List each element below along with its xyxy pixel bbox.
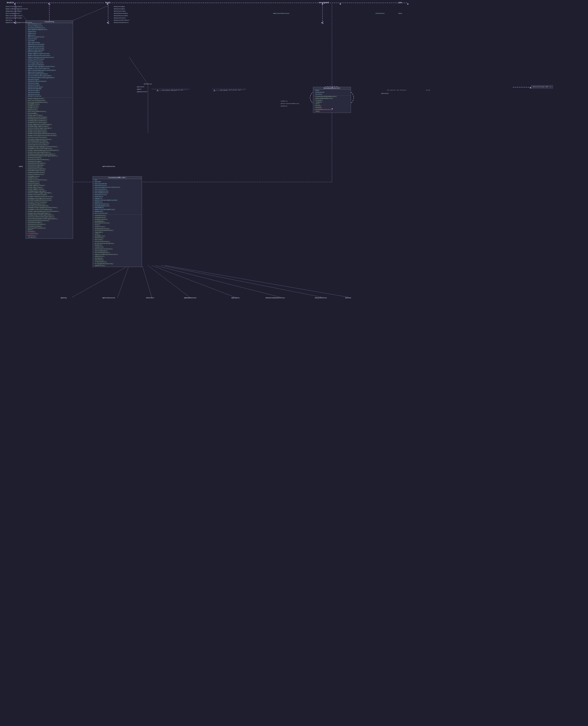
tissue-config-fields: - mBirthCFG1Duration - mTransitCFG1Durat… xyxy=(26,23,73,98)
svg-line-24 xyxy=(152,265,235,297)
arrow-abstract-tissue: ▲ xyxy=(530,86,531,89)
var-mTimesCalled: mTimesCalled xyxy=(376,13,384,14)
arrow-sim-up: ▲ xyxy=(118,176,120,178)
arrow-up-double: ▲ xyxy=(14,2,16,5)
svg-line-22 xyxy=(142,265,152,297)
arrow-up-unsigned2: ▲ xyxy=(339,2,341,5)
std-vector-abstractform: std::vector< AbstractFrom< DIM > * > xyxy=(162,89,187,91)
var-mpNumInstances: mpNumInstances xyxy=(137,91,147,92)
var-mDataTissue: mDataTissue xyxy=(144,83,152,85)
var-mnumBirths: mnumBirths xyxy=(281,101,288,102)
bottom-mpSetupFile: mpSetupFile xyxy=(231,297,239,299)
svg-line-25 xyxy=(155,265,281,297)
sim-header: TissueSimulation< DIM > xyxy=(93,176,142,179)
sim-fields: # mDt # mEndTime # mInitializedTime # mO… xyxy=(93,179,142,215)
bottom-mpForceCollection: mpForceCollection xyxy=(102,297,115,299)
var-mDivisionSeparation: mDivisionSeparation xyxy=(6,13,20,14)
svg-line-21 xyxy=(118,265,129,297)
bottom-mpConfig: mpConfig xyxy=(61,297,67,299)
var-mOutputCellAges: mOutputCellAges xyxy=(114,6,125,7)
var-mOutputCellAreas: mOutputCellAreas xyxy=(114,18,126,19)
var-mInnerTransitThreshold: mInnerTransitThreshold xyxy=(6,6,22,7)
tissue-config-box: TissueConfig - mBirthCFG1Duration - mTra… xyxy=(26,20,73,239)
var-mDeathing: mDeathringTimestampMultiple xyxy=(281,103,299,104)
arrow-up-int: ▲ xyxy=(407,2,408,5)
svg-line-23 xyxy=(148,265,190,297)
var-mMechanicsCutOffLength: mMechanicsCutOffLength xyxy=(6,18,22,19)
svg-line-27 xyxy=(165,265,349,297)
var-mMaxTransitGenerations: mMaxTransitGenerations xyxy=(273,13,290,14)
var-mNaturalCellRestLength: mNaturalCellRestLength xyxy=(6,15,22,17)
connections-svg xyxy=(0,0,588,726)
var-mDuration: mDuration xyxy=(6,20,12,21)
bottom-mSimulationOutputDirectory: mSimulationOutputDirectory xyxy=(266,297,285,299)
string-label: string xyxy=(426,89,430,91)
var-mOutputCellTypes: mOutputCellTypes xyxy=(114,10,126,12)
var-mpinstance-rng: mpInstance xyxy=(381,93,388,94)
type-label-int: int xyxy=(398,1,402,4)
diagram-container: double bool unsigned int mInnerTransitTh… xyxy=(0,0,588,726)
arrow-down-rng: ▼ xyxy=(332,108,333,110)
var-mOutputAncestorData: mOutputAncestorData xyxy=(114,15,128,17)
std-vector-abstractcell: std::vector< AbstractCell< DIM > * > xyxy=(220,89,245,91)
bottom-mpRandomGenerator: mpRandomGenerator xyxy=(184,297,196,299)
type-label-unsigned: unsigned xyxy=(319,1,329,4)
var-mOutputCellPerimeters: mOutputCellPerimeters xyxy=(114,20,129,21)
svg-line-20 xyxy=(72,265,129,297)
var-mNumDeaths: mNumDeaths xyxy=(281,105,288,107)
bottom-mOutputDirectory: mOutputDirectory xyxy=(315,297,327,299)
std-auto-ptr-label: std::auto_ptr std::ofstream > xyxy=(387,89,407,91)
tissue-config-methods: + GetBirthCFG1Duration() + GetTransitCFG… xyxy=(26,98,73,238)
var-mOutputCellAncestors: mOutputCellAncestors xyxy=(114,22,129,23)
var-mOutputCellData: mOutputCellData xyxy=(114,8,125,10)
var-mSeed: mSeed xyxy=(398,13,402,14)
var-mpcfg: mpCfg xyxy=(19,166,23,167)
var-mOutputMutationData: mOutputMutationData xyxy=(114,13,128,14)
var-mpInstance: mpInstance xyxy=(137,86,144,88)
tissue-config-header: TissueConfig xyxy=(26,21,73,23)
type-label-double: double xyxy=(7,1,14,4)
tissue-simulation-box: TissueSimulation< DIM > # mDt # mEndTime… xyxy=(92,176,142,267)
svg-line-17 xyxy=(129,57,148,84)
var-mApoptosisSpring: mApoptosisSpringCompressionStiffness xyxy=(6,22,32,23)
svg-line-10 xyxy=(73,6,108,20)
var-mDampingConstantMutant: mDampingConstantMutant xyxy=(6,10,22,12)
var-mpBoth: mpBoth xyxy=(137,89,141,90)
arrow-up-unsigned1: ▲ xyxy=(322,2,323,5)
bottom-mInCellOvrs: mInCellOvrs xyxy=(146,297,154,299)
arrow-up-rng: ▲ xyxy=(332,86,333,89)
var-mpForceCollection-top: mpForceCollection xyxy=(102,166,115,167)
bottom-mpTissue: mpTissue xyxy=(345,297,351,299)
var-mEqActiveMetPysioConc: mEqActiveMetPysioConcentration xyxy=(6,8,28,10)
rng-fields: - mSeed - mTimesCalled - mInstance xyxy=(313,89,351,95)
arrow-up-bool: ▲ xyxy=(107,2,108,5)
sim-methods: + UseSimulation() + GetSimulation() + Ge… xyxy=(93,215,142,267)
abstract-tissue-box: AbstractTissue< DIM > & xyxy=(531,85,553,88)
svg-line-26 xyxy=(161,265,322,297)
